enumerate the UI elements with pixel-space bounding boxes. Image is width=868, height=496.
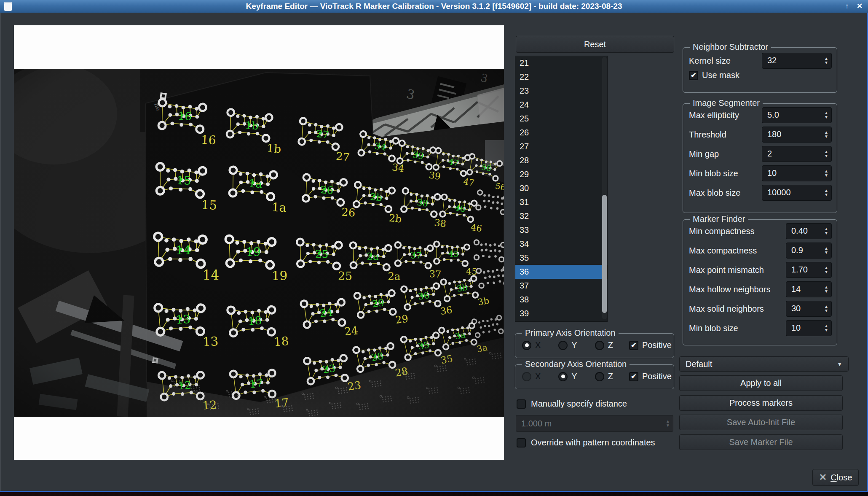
primary-y-radio[interactable]	[558, 341, 568, 350]
secondary-axis-title: Secondary Axis Orientation	[522, 359, 630, 369]
segmenter-3-spinbox[interactable]: 10▲▼	[762, 165, 832, 181]
finder-2-spinbox[interactable]: 1.70▲▼	[786, 262, 832, 278]
segmenter-3-value: 10	[762, 166, 821, 181]
finder-5-label: Min blob size	[689, 323, 738, 333]
kernel-size-spinbox[interactable]: 32 ▲▼	[762, 53, 832, 69]
finder-4-label: Max solid neighbors	[689, 304, 764, 314]
list-item[interactable]: 24	[515, 98, 607, 112]
list-item[interactable]: 27	[515, 140, 607, 154]
image-segmenter-group: Image Segmenter Max ellipticity5.0▲▼Thre…	[683, 103, 837, 213]
secondary-z-label: Z	[608, 372, 613, 381]
list-item[interactable]: 31	[515, 195, 607, 209]
primary-positive-label: Positive	[642, 340, 672, 350]
segmenter-2-spinbox[interactable]: 2▲▼	[762, 146, 832, 162]
secondary-axis-group: Secondary Axis Orientation X Y Z ✔ Posit…	[515, 364, 674, 389]
list-item[interactable]: 21	[515, 56, 607, 70]
manual-distance-checkbox[interactable]	[517, 399, 526, 409]
primary-z-radio[interactable]	[595, 341, 604, 350]
finder-2-arrows[interactable]: ▲▼	[821, 262, 831, 278]
finder-4-arrows[interactable]: ▲▼	[821, 301, 831, 316]
scrollbar-thumb[interactable]	[602, 195, 607, 313]
neighbor-subtractor-title: Neighbor Subtractor	[690, 42, 771, 52]
secondary-z-radio[interactable]	[595, 372, 604, 381]
override-checkbox[interactable]	[517, 438, 526, 447]
finder-5-arrows[interactable]: ▲▼	[821, 321, 831, 336]
finder-4-row: Max solid neighbors30▲▼	[689, 301, 832, 317]
list-item[interactable]: 22	[515, 70, 607, 84]
finder-5-spinbox[interactable]: 10▲▼	[786, 320, 832, 336]
list-item[interactable]: 32	[515, 209, 607, 223]
finder-1-spinbox[interactable]: 0.9▲▼	[786, 243, 832, 259]
save-auto-init-label: Save Auto-Init File	[727, 418, 795, 427]
list-item[interactable]: 30	[515, 181, 607, 195]
list-item[interactable]: 28	[515, 154, 607, 167]
primary-z-label: Z	[608, 340, 613, 350]
list-item[interactable]: 23	[515, 84, 607, 98]
segmenter-4-value: 10000	[762, 185, 821, 200]
frame-list-scrollbar[interactable]	[602, 57, 607, 319]
close-button[interactable]: ✕ Close	[812, 469, 859, 486]
list-item[interactable]: 36	[515, 265, 607, 279]
finder-0-spinbox[interactable]: 0.40▲▼	[786, 223, 832, 239]
apply-to-all-button[interactable]: Apply to all	[679, 375, 843, 391]
reset-button-label: Reset	[584, 40, 606, 49]
finder-1-arrows[interactable]: ▲▼	[821, 243, 831, 258]
finder-0-value: 0.40	[786, 224, 821, 239]
finder-3-spinbox[interactable]: 14▲▼	[786, 281, 832, 297]
titlebar[interactable]: Keyframe Editor — VioTrack R Marker Cali…	[0, 0, 868, 13]
segmenter-0-arrows[interactable]: ▲▼	[821, 108, 831, 123]
reset-button[interactable]: Reset	[516, 36, 674, 53]
segmenter-0-spinbox[interactable]: 5.0▲▼	[762, 107, 832, 123]
segmenter-3-arrows[interactable]: ▲▼	[821, 166, 831, 181]
window-title: Keyframe Editor — VioTrack R Marker Cali…	[0, 2, 868, 11]
secondary-positive-checkbox[interactable]: ✔	[629, 372, 638, 381]
finder-0-row: Min compactness0.40▲▼	[689, 223, 832, 239]
segmenter-1-arrows[interactable]: ▲▼	[821, 127, 831, 142]
secondary-x-radio	[522, 372, 531, 381]
distance-spinbox[interactable]: 1.000 m ▲▼	[516, 415, 673, 432]
save-marker-file-label: Save Marker File	[729, 437, 793, 447]
finder-1-value: 0.9	[786, 243, 821, 258]
distance-spin-arrows[interactable]: ▲▼	[663, 415, 673, 431]
apply-to-all-label: Apply to all	[740, 378, 782, 388]
marker-finder-group: Marker Finder Min compactness0.40▲▼Max c…	[683, 219, 837, 345]
finder-1-label: Max compactness	[689, 246, 757, 256]
segmenter-4-spinbox[interactable]: 10000▲▼	[762, 185, 832, 201]
primary-positive-checkbox[interactable]: ✔	[629, 341, 638, 350]
process-markers-button[interactable]: Process markers	[679, 395, 843, 411]
list-item[interactable]: 39	[515, 307, 607, 321]
finder-0-arrows[interactable]: ▲▼	[821, 224, 831, 239]
window-close-icon[interactable]: ✕	[854, 0, 865, 13]
finder-3-arrows[interactable]: ▲▼	[821, 282, 831, 297]
list-item[interactable]: 25	[515, 112, 607, 126]
save-auto-init-button[interactable]: Save Auto-Init File	[679, 415, 843, 430]
list-item[interactable]: 34	[515, 237, 607, 251]
use-mask-checkbox[interactable]: ✔	[689, 71, 698, 80]
segmenter-1-spinbox[interactable]: 180▲▼	[762, 127, 832, 143]
frame-list[interactable]: 21222324252627282930313233343536373839	[515, 56, 608, 322]
override-row: Override with pattern coordinates	[517, 438, 655, 447]
secondary-y-radio[interactable]	[558, 372, 568, 381]
preset-combobox[interactable]: Default ▼	[679, 356, 849, 372]
list-item[interactable]: 33	[515, 223, 607, 237]
segmenter-3-label: Min blob size	[689, 169, 738, 178]
list-item[interactable]: 38	[515, 293, 607, 307]
segmenter-1-label: Threshold	[689, 130, 726, 140]
segmenter-4-arrows[interactable]: ▲▼	[821, 185, 831, 200]
save-marker-file-button[interactable]: Save Marker File	[679, 434, 843, 450]
segmenter-2-label: Min gap	[689, 149, 719, 159]
chevron-down-icon: ▼	[837, 361, 842, 367]
list-item[interactable]: 35	[515, 251, 607, 265]
list-item[interactable]: 29	[515, 167, 607, 181]
list-item[interactable]: 26	[515, 126, 607, 140]
finder-4-spinbox[interactable]: 30▲▼	[786, 301, 832, 317]
list-item[interactable]: 37	[515, 279, 607, 293]
kernel-size-arrows[interactable]: ▲▼	[821, 53, 831, 68]
segmenter-2-arrows[interactable]: ▲▼	[821, 146, 831, 162]
finder-2-row: Max point mismatch1.70▲▼	[689, 262, 832, 278]
segmenter-0-value: 5.0	[762, 108, 821, 123]
primary-x-radio[interactable]	[522, 341, 531, 350]
primary-axis-group: Primary Axis Orientation X Y Z ✔ Positiv…	[515, 333, 674, 358]
keep-above-icon[interactable]: ↑	[841, 0, 853, 13]
segmenter-0-row: Max ellipticity5.0▲▼	[689, 107, 832, 123]
